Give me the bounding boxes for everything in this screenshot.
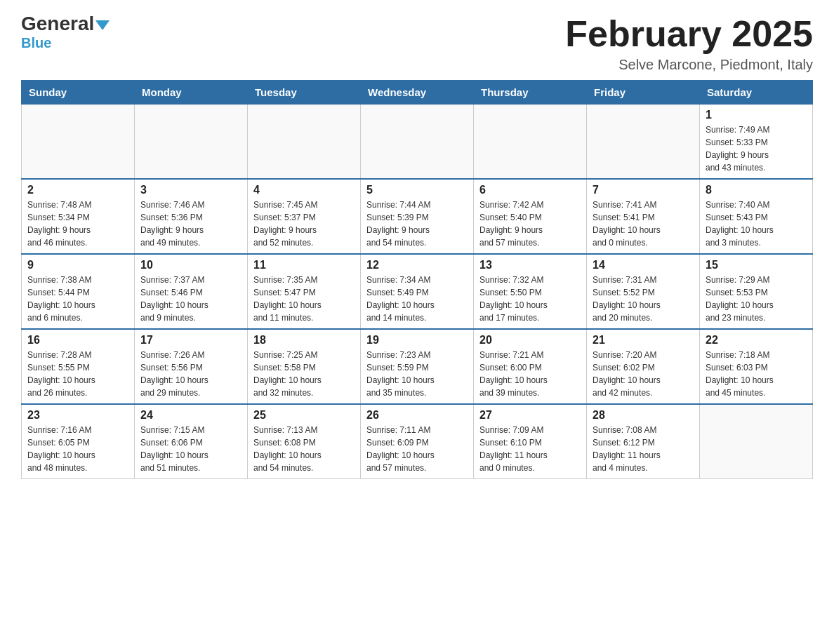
calendar-cell: 25Sunrise: 7:13 AM Sunset: 6:08 PM Dayli… [248, 404, 361, 479]
calendar-cell: 17Sunrise: 7:26 AM Sunset: 5:56 PM Dayli… [135, 329, 248, 404]
day-info: Sunrise: 7:16 AM Sunset: 6:05 PM Dayligh… [27, 424, 128, 474]
day-number: 21 [593, 334, 694, 347]
day-number: 11 [253, 259, 355, 271]
day-number: 8 [706, 184, 807, 196]
calendar-week-row: 23Sunrise: 7:16 AM Sunset: 6:05 PM Dayli… [22, 404, 813, 479]
month-title: February 2025 [565, 14, 813, 54]
calendar-header-monday: Monday [135, 81, 248, 105]
location-text: Selve Marcone, Piedmont, Italy [565, 57, 813, 73]
day-info: Sunrise: 7:21 AM Sunset: 6:00 PM Dayligh… [479, 349, 581, 399]
calendar-cell: 26Sunrise: 7:11 AM Sunset: 6:09 PM Dayli… [361, 404, 474, 479]
day-number: 10 [140, 259, 241, 271]
calendar-header-wednesday: Wednesday [361, 81, 474, 105]
day-number: 3 [140, 184, 241, 196]
day-number: 20 [479, 334, 581, 347]
day-info: Sunrise: 7:20 AM Sunset: 6:02 PM Dayligh… [593, 349, 694, 399]
calendar-header-sunday: Sunday [22, 81, 135, 105]
calendar-cell: 16Sunrise: 7:28 AM Sunset: 5:55 PM Dayli… [22, 329, 135, 404]
day-number: 9 [27, 259, 128, 271]
day-number: 23 [27, 409, 128, 422]
day-number: 16 [27, 334, 128, 347]
calendar-header-saturday: Saturday [700, 81, 813, 105]
calendar-cell: 19Sunrise: 7:23 AM Sunset: 5:59 PM Dayli… [361, 329, 474, 404]
calendar-cell [700, 404, 813, 479]
day-number: 28 [593, 409, 694, 422]
day-info: Sunrise: 7:08 AM Sunset: 6:12 PM Dayligh… [593, 424, 694, 474]
day-number: 5 [366, 184, 468, 196]
calendar-cell [587, 105, 700, 180]
day-info: Sunrise: 7:09 AM Sunset: 6:10 PM Dayligh… [479, 424, 581, 474]
logo: General Blue [21, 14, 110, 51]
day-info: Sunrise: 7:49 AM Sunset: 5:33 PM Dayligh… [706, 123, 807, 174]
calendar-cell: 24Sunrise: 7:15 AM Sunset: 6:06 PM Dayli… [135, 404, 248, 479]
logo-general-text: General [21, 13, 94, 34]
day-number: 1 [706, 109, 807, 121]
calendar-cell: 1Sunrise: 7:49 AM Sunset: 5:33 PM Daylig… [700, 105, 813, 180]
calendar-week-row: 9Sunrise: 7:38 AM Sunset: 5:44 PM Daylig… [22, 254, 813, 329]
day-info: Sunrise: 7:48 AM Sunset: 5:34 PM Dayligh… [27, 199, 128, 249]
day-info: Sunrise: 7:40 AM Sunset: 5:43 PM Dayligh… [706, 199, 807, 249]
day-info: Sunrise: 7:44 AM Sunset: 5:39 PM Dayligh… [366, 199, 468, 249]
day-number: 14 [593, 259, 694, 271]
day-number: 27 [479, 409, 581, 422]
day-info: Sunrise: 7:28 AM Sunset: 5:55 PM Dayligh… [27, 349, 128, 399]
day-info: Sunrise: 7:15 AM Sunset: 6:06 PM Dayligh… [140, 424, 241, 474]
logo-general: General [21, 14, 110, 34]
day-info: Sunrise: 7:42 AM Sunset: 5:40 PM Dayligh… [479, 199, 581, 249]
calendar-cell: 27Sunrise: 7:09 AM Sunset: 6:10 PM Dayli… [474, 404, 587, 479]
day-info: Sunrise: 7:32 AM Sunset: 5:50 PM Dayligh… [479, 274, 581, 324]
day-info: Sunrise: 7:26 AM Sunset: 5:56 PM Dayligh… [140, 349, 241, 399]
day-number: 17 [140, 334, 241, 347]
calendar-cell: 8Sunrise: 7:40 AM Sunset: 5:43 PM Daylig… [700, 179, 813, 254]
page-header: General Blue February 2025 Selve Marcone… [21, 14, 813, 73]
calendar-cell [22, 105, 135, 180]
day-info: Sunrise: 7:11 AM Sunset: 6:09 PM Dayligh… [366, 424, 468, 474]
logo-triangle-icon [95, 20, 110, 30]
calendar-cell: 20Sunrise: 7:21 AM Sunset: 6:00 PM Dayli… [474, 329, 587, 404]
day-info: Sunrise: 7:35 AM Sunset: 5:47 PM Dayligh… [253, 274, 355, 324]
calendar-week-row: 2Sunrise: 7:48 AM Sunset: 5:34 PM Daylig… [22, 179, 813, 254]
calendar-cell [361, 105, 474, 180]
day-number: 12 [366, 259, 468, 271]
day-number: 7 [593, 184, 694, 196]
calendar-header-thursday: Thursday [474, 81, 587, 105]
day-number: 24 [140, 409, 241, 422]
day-info: Sunrise: 7:25 AM Sunset: 5:58 PM Dayligh… [253, 349, 355, 399]
calendar-cell: 18Sunrise: 7:25 AM Sunset: 5:58 PM Dayli… [248, 329, 361, 404]
day-number: 4 [253, 184, 355, 196]
title-area: February 2025 Selve Marcone, Piedmont, I… [565, 14, 813, 73]
day-info: Sunrise: 7:46 AM Sunset: 5:36 PM Dayligh… [140, 199, 241, 249]
calendar-cell: 11Sunrise: 7:35 AM Sunset: 5:47 PM Dayli… [248, 254, 361, 329]
calendar-header-row: SundayMondayTuesdayWednesdayThursdayFrid… [22, 81, 813, 105]
calendar-cell: 4Sunrise: 7:45 AM Sunset: 5:37 PM Daylig… [248, 179, 361, 254]
day-info: Sunrise: 7:34 AM Sunset: 5:49 PM Dayligh… [366, 274, 468, 324]
day-info: Sunrise: 7:45 AM Sunset: 5:37 PM Dayligh… [253, 199, 355, 249]
calendar-cell: 14Sunrise: 7:31 AM Sunset: 5:52 PM Dayli… [587, 254, 700, 329]
calendar-cell: 23Sunrise: 7:16 AM Sunset: 6:05 PM Dayli… [22, 404, 135, 479]
calendar-header-tuesday: Tuesday [248, 81, 361, 105]
day-number: 13 [479, 259, 581, 271]
day-info: Sunrise: 7:41 AM Sunset: 5:41 PM Dayligh… [593, 199, 694, 249]
day-info: Sunrise: 7:23 AM Sunset: 5:59 PM Dayligh… [366, 349, 468, 399]
day-info: Sunrise: 7:29 AM Sunset: 5:53 PM Dayligh… [706, 274, 807, 324]
calendar-week-row: 1Sunrise: 7:49 AM Sunset: 5:33 PM Daylig… [22, 105, 813, 180]
day-number: 2 [27, 184, 128, 196]
calendar-cell [474, 105, 587, 180]
calendar-cell: 28Sunrise: 7:08 AM Sunset: 6:12 PM Dayli… [587, 404, 700, 479]
calendar-cell [135, 105, 248, 180]
calendar-cell: 13Sunrise: 7:32 AM Sunset: 5:50 PM Dayli… [474, 254, 587, 329]
calendar-cell: 5Sunrise: 7:44 AM Sunset: 5:39 PM Daylig… [361, 179, 474, 254]
day-info: Sunrise: 7:37 AM Sunset: 5:46 PM Dayligh… [140, 274, 241, 324]
calendar-cell: 7Sunrise: 7:41 AM Sunset: 5:41 PM Daylig… [587, 179, 700, 254]
day-number: 19 [366, 334, 468, 347]
day-number: 15 [706, 259, 807, 271]
calendar-week-row: 16Sunrise: 7:28 AM Sunset: 5:55 PM Dayli… [22, 329, 813, 404]
calendar-cell [248, 105, 361, 180]
day-number: 25 [253, 409, 355, 422]
day-number: 18 [253, 334, 355, 347]
day-info: Sunrise: 7:13 AM Sunset: 6:08 PM Dayligh… [253, 424, 355, 474]
calendar-cell: 6Sunrise: 7:42 AM Sunset: 5:40 PM Daylig… [474, 179, 587, 254]
day-info: Sunrise: 7:38 AM Sunset: 5:44 PM Dayligh… [27, 274, 128, 324]
calendar-cell: 12Sunrise: 7:34 AM Sunset: 5:49 PM Dayli… [361, 254, 474, 329]
calendar-cell: 9Sunrise: 7:38 AM Sunset: 5:44 PM Daylig… [22, 254, 135, 329]
